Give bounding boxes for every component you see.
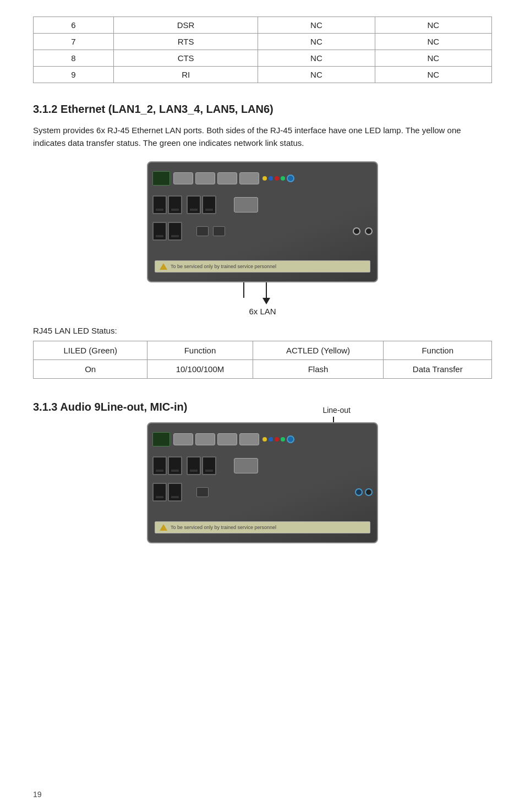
- dot-red: [275, 176, 279, 181]
- audio-port-2: [365, 227, 373, 235]
- audio-bottom-row: [152, 483, 373, 502]
- audio-lan-port-6: [168, 483, 182, 502]
- lan-port-1: [152, 195, 167, 214]
- audio-image-area: Line-out MIC: [33, 422, 492, 543]
- serial-table-cell: CTS: [114, 50, 258, 67]
- led-table-cell: On: [34, 360, 147, 379]
- dot-big-blue: [287, 175, 294, 182]
- audio-dot-cluster: [262, 435, 294, 443]
- serial-table-row: 6DSRNCNC: [34, 17, 492, 34]
- dot-blue: [269, 176, 273, 181]
- audio-lan-port-1: [152, 456, 167, 475]
- lan-port-2: [168, 195, 182, 214]
- warning-strip: To be serviced only by trained service p…: [155, 260, 370, 273]
- led-table-header-cell: LILED (Green): [34, 341, 147, 360]
- audio-mic-port: [355, 488, 363, 496]
- audio-usb-port-1: [196, 487, 209, 497]
- led-status-table: LILED (Green)FunctionACTLED (Yellow)Func…: [33, 341, 492, 379]
- led-table-header-row: LILED (Green)FunctionACTLED (Yellow)Func…: [34, 341, 492, 360]
- lan-arrow-line-1: [243, 282, 244, 298]
- page-number: 19: [33, 790, 42, 799]
- chip-block-1: [152, 171, 170, 186]
- lan-arrow-head: [262, 298, 270, 304]
- lan-label-wrap: 6x LAN: [147, 282, 378, 316]
- top-connector-row: [152, 168, 373, 189]
- serial-table-cell: NC: [258, 17, 375, 34]
- device-image: To be serviced only by trained service p…: [147, 161, 378, 282]
- warning-text: To be serviced only by trained service p…: [171, 264, 276, 269]
- led-table-cell: Flash: [253, 360, 384, 379]
- audio-lan-port-5: [152, 483, 167, 502]
- audio-lan-port-group-3: [152, 483, 182, 502]
- serial-table-cell: NC: [258, 34, 375, 50]
- usb-port-1: [196, 226, 209, 236]
- audio-vga-port: [234, 458, 258, 473]
- audio-dot-green: [281, 437, 285, 442]
- serial-table-cell: RTS: [114, 34, 258, 50]
- vga-port: [234, 197, 258, 212]
- audio-lan-port-4: [202, 456, 216, 475]
- audio-dot-big-blue: [287, 435, 294, 443]
- audio-dot-red: [275, 437, 279, 442]
- audio-warning-strip: To be serviced only by trained service p…: [155, 521, 370, 533]
- dot-cluster: [262, 175, 294, 182]
- audio-chip-block-1: [152, 432, 170, 446]
- section-312-heading: 3.1.2 Ethernet (LAN1_2, LAN3_4, LAN5, LA…: [33, 103, 492, 116]
- audio-top-connector-row: [152, 429, 373, 450]
- serial-table-cell: NC: [375, 17, 491, 34]
- serial-table-row: 8CTSNCNC: [34, 50, 492, 67]
- audio-device-wrap: Line-out MIC: [147, 422, 378, 543]
- dot-yellow: [262, 176, 267, 181]
- device-image-wrap: To be serviced only by trained service p…: [33, 161, 492, 316]
- audio-dot-blue: [269, 437, 273, 442]
- serial-pins-table: 6DSRNCNC7RTSNCNC8CTSNCNC9RINCNC: [33, 17, 492, 83]
- audio-db9-port-3: [217, 433, 237, 445]
- audio-db9-port-1: [173, 433, 193, 445]
- audio-port-1: [353, 227, 360, 235]
- audio-lan-row: [152, 456, 258, 475]
- db9-port-1: [173, 172, 193, 184]
- audio-lineout-port: [365, 488, 373, 496]
- serial-table-row: 7RTSNCNC: [34, 34, 492, 50]
- led-table-header-cell: Function: [147, 341, 253, 360]
- serial-table-cell: RI: [114, 67, 258, 83]
- warning-triangle-icon: [160, 263, 167, 270]
- audio-lan-port-3: [187, 456, 201, 475]
- audio-db9-port-4: [239, 433, 259, 445]
- serial-table-cell: 9: [34, 67, 114, 83]
- audio-dot-yellow: [262, 437, 267, 442]
- section-313-heading: 3.1.3 Audio 9Line-out, MIC-in): [33, 401, 492, 413]
- lan-label: 6x LAN: [249, 307, 276, 316]
- section-312-body: System provides 6x RJ-45 Ethernet LAN po…: [33, 124, 492, 149]
- lan-port-group-1: [152, 195, 182, 214]
- db9-port-2: [195, 172, 215, 184]
- led-table-cell: Data Transfer: [384, 360, 492, 379]
- audio-warning-triangle-icon: [160, 524, 167, 531]
- serial-table-cell: 8: [34, 50, 114, 67]
- db9-port-4: [239, 172, 259, 184]
- led-table-row: On10/100/100MFlashData Transfer: [34, 360, 492, 379]
- serial-table-cell: NC: [375, 34, 491, 50]
- usb-port-2: [213, 226, 225, 236]
- lan-port-4: [202, 195, 216, 214]
- led-table-body: On10/100/100MFlashData Transfer: [34, 360, 492, 379]
- bottom-row: [152, 222, 373, 241]
- audio-device-image: To be serviced only by trained service p…: [147, 422, 378, 543]
- serial-table-row: 9RINCNC: [34, 67, 492, 83]
- serial-table-cell: NC: [375, 67, 491, 83]
- rj45-status-label: RJ45 LAN LED Status:: [33, 326, 492, 335]
- audio-warning-text: To be serviced only by trained service p…: [171, 525, 276, 530]
- serial-table-cell: DSR: [114, 17, 258, 34]
- section-313: 3.1.3 Audio 9Line-out, MIC-in) Line-out …: [33, 401, 492, 543]
- lineout-label: Line-out: [322, 406, 351, 415]
- serial-table-cell: 6: [34, 17, 114, 34]
- serial-table-cell: NC: [375, 50, 491, 67]
- led-table-cell: 10/100/100M: [147, 360, 253, 379]
- lan-port-group-3: [152, 222, 182, 241]
- lan-port-6: [168, 222, 182, 241]
- serial-table-cell: NC: [258, 50, 375, 67]
- audio-lan-port-2: [168, 456, 182, 475]
- lan-arrow-line-2: [266, 282, 267, 298]
- db9-port-3: [217, 172, 237, 184]
- led-table-header-cell: Function: [384, 341, 492, 360]
